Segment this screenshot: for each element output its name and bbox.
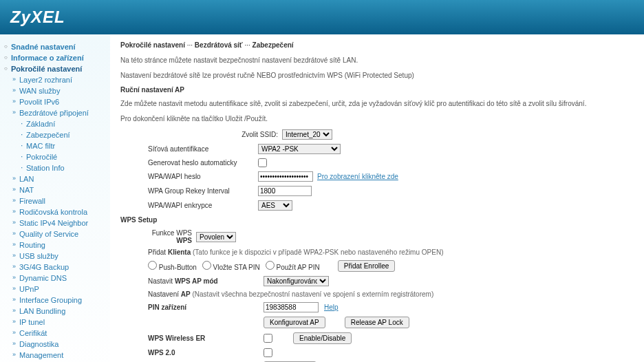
pin-input[interactable]: [264, 302, 319, 312]
nav-ip-tunel[interactable]: IP tunel: [19, 318, 45, 326]
ssid-select[interactable]: Internet_20: [282, 129, 332, 140]
logo: ZyXEL: [10, 8, 65, 27]
pin-help-link[interactable]: Help: [324, 304, 339, 311]
nav-lan[interactable]: LAN: [19, 175, 34, 183]
wps-mode-label: Nastavit WPS AP mód: [148, 277, 258, 285]
wps2-label: WPS 2.0: [148, 349, 258, 356]
wpa-pass-label: WPA/WAPI heslo: [120, 173, 258, 180]
opt-ap-pin[interactable]: Použít AP PIN: [266, 261, 320, 271]
nav-dynamic-dns[interactable]: Dynamic DNS: [19, 274, 67, 282]
nav-interface-grouping[interactable]: Interface Grouping: [19, 296, 82, 304]
nav-wan-slu-by[interactable]: WAN služby: [19, 87, 61, 95]
manual-ap-desc: Zde můžete nastavit metodu autentifikace…: [120, 99, 634, 109]
rekey-input[interactable]: [258, 186, 312, 196]
nav-quality-of-service[interactable]: Quality of Service: [19, 230, 78, 238]
nav-layer2-rozhran-[interactable]: Layer2 rozhraní: [19, 76, 72, 84]
nav-pokro-il-[interactable]: Pokročilé: [26, 153, 57, 161]
nav-routing[interactable]: Routing: [19, 241, 45, 249]
nav-informace-o-za-zen-[interactable]: Informace o zařízení: [11, 54, 84, 62]
wps-er-label: WPS Wireless ER: [148, 334, 258, 342]
sidebar: Snadné nastaveníInformace o zařízeníPokr…: [0, 34, 110, 362]
nav-station-info[interactable]: Station Info: [26, 164, 65, 172]
wps-title: WPS Setup: [120, 216, 634, 224]
wps-func-label: Funkce WPS WPS: [120, 229, 196, 244]
show-pass-link[interactable]: Pro zobrazení klikněte zde: [317, 173, 398, 180]
nav-management[interactable]: Management: [19, 351, 63, 359]
pin-label: PIN zařízení: [148, 304, 258, 311]
wps-func-select[interactable]: Povoleno: [196, 232, 236, 242]
app-header: ZyXEL: [0, 0, 644, 34]
nav-rodi-ovsk-kontrola[interactable]: Rodičovská kontrola: [19, 208, 87, 216]
nav-mac-filtr[interactable]: MAC filtr: [26, 142, 55, 150]
add-client-line: Přidat Klienta (Tato funkce je k dispozi…: [120, 248, 634, 256]
nav-lan-bundling[interactable]: LAN Bundling: [19, 307, 65, 315]
auth-select[interactable]: WPA2 -PSK: [258, 144, 341, 154]
rekey-label: WPA Group Rekey Interval: [120, 187, 258, 195]
main-content: Pokročilé nastavení ··· Bezdrátová síť ·…: [110, 34, 644, 362]
opt-push-button[interactable]: Push-Button: [148, 261, 197, 271]
opt-sta-pin[interactable]: Vložte STA PIN: [202, 261, 260, 271]
ssid-label: Zvolit SSID:: [120, 131, 282, 138]
release-ap-lock-button[interactable]: Release AP Lock: [345, 317, 409, 328]
wps-er-checkbox[interactable]: [264, 334, 272, 343]
auth-label: Síťová autentifikace: [120, 145, 258, 153]
gen-pass-label: Generovat heslo automaticky: [120, 159, 258, 167]
manual-ap-title: Ruční nastavení AP: [120, 86, 634, 94]
nav-povolit-ipv6[interactable]: Povolit IPv6: [19, 98, 59, 106]
nav-3g-4g-backup[interactable]: 3G/4G Backup: [19, 263, 69, 271]
nav-cerifik-t[interactable]: Cerifikát: [19, 329, 47, 337]
breadcrumb: Pokročilé nastavení ··· Bezdrátová síť ·…: [120, 41, 634, 49]
wps-er-toggle-button[interactable]: Enable/Disable: [293, 332, 352, 344]
nav-bezdr-tov-p-ipojen-[interactable]: Bezdrátové připojení: [19, 109, 89, 117]
nav-diagnostika[interactable]: Diagnostika: [19, 340, 58, 348]
intro-text-1: Na této stránce můžete nastavit bezpečno…: [120, 56, 634, 65]
nav-pokro-il-nastaven-[interactable]: Pokročilé nastavení: [11, 65, 82, 73]
configure-ap-button[interactable]: Konfigurovat AP: [264, 317, 325, 328]
enc-select[interactable]: AES: [258, 200, 292, 211]
enc-label: WPA/WAPI enkrypce: [120, 202, 258, 209]
nav-static-ipv4-neighbor[interactable]: Static IPv4 Neighbor: [19, 219, 88, 227]
wpa-pass-input[interactable]: [258, 171, 313, 182]
wps2-checkbox[interactable]: [264, 348, 272, 357]
nav-zabezpe-en-[interactable]: Zabezpečení: [26, 131, 70, 139]
nav-upnp[interactable]: UPnP: [19, 285, 39, 293]
ap-settings-line: Nastavení AP (Nastavit všechna bezpečnos…: [120, 290, 634, 298]
nav-firewall[interactable]: Firewall: [19, 197, 45, 205]
nav-nat[interactable]: NAT: [19, 186, 34, 194]
nav-z-kladn-[interactable]: Základní: [26, 120, 55, 128]
add-enrollee-button[interactable]: Přidat Enrollee: [338, 260, 396, 272]
nav-usb-slu-by[interactable]: USB služby: [19, 252, 58, 260]
intro-text-2: Nastavení bezdrátové sítě lze provést ru…: [120, 71, 634, 81]
manual-ap-desc2: Pro dokončení klikněte na tlačítko Uloži…: [120, 114, 634, 124]
nav-snadn-nastaven-[interactable]: Snadné nastavení: [11, 43, 76, 51]
wps-mode-select[interactable]: Nakonfigurováno: [264, 276, 329, 286]
gen-pass-checkbox[interactable]: [258, 158, 267, 167]
